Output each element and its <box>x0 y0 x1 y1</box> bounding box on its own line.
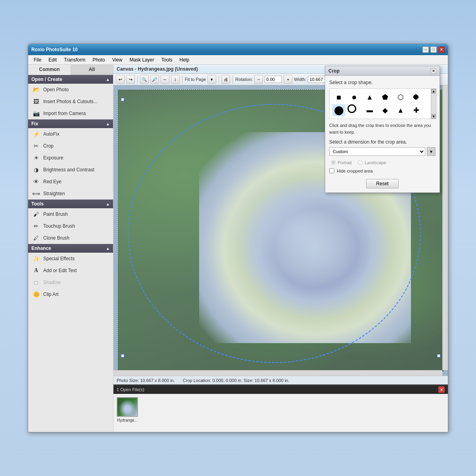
sidebar-item-clone-brush[interactable]: 🖊 Clone Brush <box>28 232 113 244</box>
tray-close-button[interactable]: ✕ <box>438 386 445 393</box>
toolbar-dropdown-btn[interactable]: ▾ <box>207 75 216 84</box>
section-open-create: Open / Create ▲ <box>28 75 113 84</box>
menu-tools[interactable]: Tools <box>158 56 175 63</box>
toolbar-undo[interactable]: ↩ <box>116 75 125 84</box>
section-arrow-tools: ▲ <box>106 202 110 206</box>
shape-octagon[interactable]: ⯃ <box>409 91 423 103</box>
app-title: Roxio PhotoSuite 10 <box>31 47 78 52</box>
sidebar-item-open-photo[interactable]: 📂 Open Photo <box>28 84 113 96</box>
menu-bar: File Edit Transform Photo View Mask Laye… <box>28 55 448 65</box>
select-shape-label: Select a crop shape. <box>329 80 436 85</box>
portrait-radio[interactable] <box>331 160 336 165</box>
rotation-input[interactable]: 0.00 <box>265 76 282 83</box>
shape-grid-container: ■ ● ▲ ⬟ ⬡ ⯃ ⬤ ▬ ◆ ▲ ✚ ▲ ▼ <box>329 88 436 119</box>
reset-button[interactable]: Reset <box>366 179 398 188</box>
menu-help[interactable]: Help <box>176 56 192 63</box>
menu-edit[interactable]: Edit <box>45 56 60 63</box>
menu-file[interactable]: File <box>31 56 44 63</box>
shadow-icon: ◻ <box>32 278 40 286</box>
landscape-radio-label[interactable]: Landscape <box>358 160 386 165</box>
toolbar-print[interactable]: 🖨 <box>221 75 230 84</box>
toolbar-sep1 <box>137 75 138 83</box>
sidebar-item-exposure[interactable]: ☀ Exposure <box>28 152 113 164</box>
import-camera-icon: 📷 <box>32 109 40 117</box>
menu-mask-layer[interactable]: Mask Layer <box>126 56 157 63</box>
canvas-vscrollbar[interactable] <box>442 85 448 370</box>
sidebar-item-paint-brush[interactable]: 🖌 Paint Brush <box>28 208 113 220</box>
orientation-row: Portrait Landscape <box>329 160 436 165</box>
sidebar-item-red-eye[interactable]: 👁 Red Eye <box>28 176 113 188</box>
shape-triangle[interactable]: ▲ <box>363 91 376 103</box>
shape-cross[interactable]: ✚ <box>409 104 423 116</box>
landscape-radio[interactable] <box>358 160 363 165</box>
section-arrow-fix: ▲ <box>106 122 110 126</box>
portrait-radio-label[interactable]: Portrait <box>331 160 351 165</box>
dialog-body: Select a crop shape. ■ ● ▲ ⬟ ⬡ ⯃ ⬤ ▬ ◆ ▲… <box>325 76 440 192</box>
menu-view[interactable]: View <box>109 56 126 63</box>
menu-transform[interactable]: Transform <box>61 56 88 63</box>
dimension-select-arrow[interactable]: ▼ <box>427 147 436 156</box>
photo-size-status: Photo Size: 10.667 x 8.000 in. <box>117 378 175 383</box>
menu-photo[interactable]: Photo <box>89 56 108 63</box>
sidebar-item-brightness-contrast[interactable]: ◑ Brightness and Contrast <box>28 164 113 176</box>
shape-oval[interactable]: ⬤ <box>332 104 345 116</box>
red-eye-icon: 👁 <box>32 178 40 186</box>
toolbar-fit-height[interactable]: ↕ <box>171 75 180 84</box>
tab-all[interactable]: All <box>71 65 113 75</box>
sidebar-item-touchup-brush[interactable]: ✏ Touchup Brush <box>28 220 113 232</box>
rotation-plus[interactable]: + <box>284 75 292 84</box>
shape-square[interactable]: ■ <box>332 91 345 103</box>
section-tools: Tools ▲ <box>28 200 113 208</box>
toolbar-redo[interactable]: ↪ <box>126 75 135 84</box>
width-label: Width: <box>294 77 306 82</box>
crop-handle-tl[interactable] <box>121 98 124 101</box>
hide-cropped-label: Hide cropped area <box>337 169 373 173</box>
sidebar-item-straighten[interactable]: ⟺ Straighten <box>28 188 113 200</box>
section-fix: Fix ▲ <box>28 119 113 128</box>
section-arrow-enhance: ▲ <box>106 246 110 251</box>
crop-handle-br[interactable] <box>437 354 440 357</box>
shape-rounded-rect[interactable]: ▬ <box>363 104 376 116</box>
shape-diamond[interactable]: ◆ <box>378 104 392 116</box>
toolbar-fit-width[interactable]: ↔ <box>161 75 169 84</box>
sidebar-item-clip-art[interactable]: 🌼 Clip Art <box>28 288 113 300</box>
tray-file-item[interactable]: Hydrange... <box>117 397 138 422</box>
crop-dialog: Crop ✕ Select a crop shape. ■ ● ▲ ⬟ ⬡ ⯃ … <box>325 66 440 193</box>
close-button[interactable]: ✕ <box>438 46 445 53</box>
scroll-down-btn[interactable]: ▼ <box>431 114 436 119</box>
shape-hexagon[interactable]: ⬡ <box>394 91 407 103</box>
dialog-close-button[interactable]: ✕ <box>431 68 436 74</box>
canvas-hscrollbar[interactable] <box>113 370 442 376</box>
tray-file-count: 1 Open File(s) <box>117 387 144 392</box>
shape-arrow-up[interactable]: ▲ <box>394 104 407 116</box>
maximize-button[interactable]: □ <box>430 46 437 53</box>
clip-art-icon: 🌼 <box>32 290 40 298</box>
sidebar-item-special-effects[interactable]: ✨ Special Effects <box>28 253 113 265</box>
sidebar-item-crop[interactable]: ✂ Crop <box>28 140 113 152</box>
sidebar-item-autofix[interactable]: ⚡ AutoFix <box>28 128 113 140</box>
shape-grid-scrollbar[interactable]: ▲ ▼ <box>431 88 436 119</box>
crop-instruction-text: Click and drag the crop lines to enclose… <box>329 122 436 135</box>
rotation-minus[interactable]: − <box>254 75 263 84</box>
hide-cropped-checkbox[interactable] <box>329 168 334 173</box>
shape-circle2[interactable] <box>347 104 356 113</box>
toolbar-zoom-in[interactable]: 🔍 <box>140 75 149 84</box>
portrait-label-text: Portrait <box>338 160 351 165</box>
sidebar-item-insert-photos[interactable]: 🖼 Insert Photos & Cutouts... <box>28 96 113 107</box>
scroll-up-btn[interactable]: ▲ <box>431 89 436 94</box>
toolbar-sep4 <box>232 75 233 83</box>
minimize-button[interactable]: ─ <box>422 46 429 53</box>
tab-common[interactable]: Common <box>28 65 71 75</box>
dimension-select[interactable]: Custom 4x6 5x7 8x10 Square <box>329 147 425 156</box>
shape-pentagon[interactable]: ⬟ <box>378 91 392 103</box>
brightness-icon: ◑ <box>32 166 40 174</box>
exposure-icon: ☀ <box>32 154 40 162</box>
toolbar-zoom-out[interactable]: 🔎 <box>150 75 159 84</box>
hide-cropped-row: Hide cropped area <box>329 168 436 173</box>
sidebar-item-import-camera[interactable]: 📷 Import from Camera <box>28 107 113 119</box>
shape-circle[interactable]: ● <box>347 91 361 103</box>
toolbar-sep2 <box>182 75 182 83</box>
insert-photos-icon: 🖼 <box>32 98 40 106</box>
crop-handle-bl[interactable] <box>121 354 124 357</box>
sidebar-item-add-text[interactable]: A Add or Edit Text <box>28 265 113 276</box>
